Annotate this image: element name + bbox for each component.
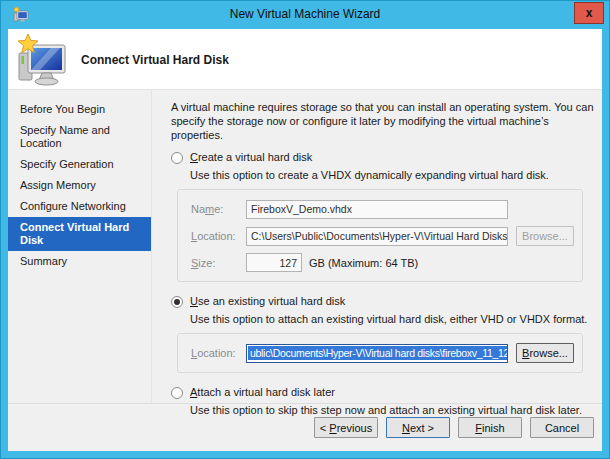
size-maximum-text: GB (Maximum: 64 TB) [309, 257, 418, 269]
sidebar-item-specify-generation[interactable]: Specify Generation [8, 154, 151, 175]
close-button[interactable]: x [574, 2, 604, 24]
browse-button-disabled: Browse... [516, 226, 574, 246]
wizard-steps-sidebar: Before You Begin Specify Name and Locati… [8, 90, 152, 403]
intro-text: A virtual machine requires storage so th… [171, 100, 603, 142]
page-title: Connect Virtual Hard Disk [81, 53, 229, 67]
name-label: Name: [191, 203, 246, 215]
radio-create-virtual-hard-disk[interactable]: Create a virtual hard disk [171, 151, 603, 164]
cancel-button[interactable]: Cancel [530, 417, 594, 438]
window-title: New Virtual Machine Wizard [1, 7, 609, 21]
radio-label: Attach a virtual hard disk later [190, 386, 335, 399]
existing-location-label: Location: [191, 347, 246, 359]
location-row: Location: C:\Users\Public\Documents\Hype… [191, 226, 574, 246]
close-icon: x [586, 6, 593, 20]
location-field: C:\Users\Public\Documents\Hyper-V\Virtua… [246, 227, 508, 246]
dialog-body: Connect Virtual Hard Disk Before You Beg… [8, 29, 602, 451]
finish-button[interactable]: Finish [458, 417, 522, 438]
radio-attach-virtual-hard-disk-later[interactable]: Attach a virtual hard disk later [171, 386, 603, 399]
sidebar-item-assign-memory[interactable]: Assign Memory [8, 175, 151, 196]
name-row: Name: FireboxV_Demo.vhdx [191, 199, 574, 219]
radio-label: Use an existing virtual hard disk [190, 295, 345, 308]
location-label: Location: [191, 230, 246, 242]
radio-label: Create a virtual hard disk [190, 151, 312, 164]
next-button[interactable]: Next > [386, 417, 450, 438]
radio-button-selected-icon[interactable] [171, 296, 183, 308]
radio-use-existing-virtual-hard-disk[interactable]: Use an existing virtual hard disk [171, 295, 603, 308]
existing-option-description: Use this option to attach an existing vi… [190, 313, 603, 326]
titlebar[interactable]: New Virtual Machine Wizard x [1, 1, 609, 29]
wizard-header: Connect Virtual Hard Disk [8, 29, 602, 90]
existing-location-row: Location: ublic\Documents\Hyper-V\Virtua… [191, 343, 574, 363]
create-disk-groupbox: Name: FireboxV_Demo.vhdx Location: C:\Us… [177, 189, 583, 282]
radio-button-icon[interactable] [171, 152, 183, 164]
size-field: 127 [246, 253, 302, 272]
wizard-footer: < Previous Next > Finish Cancel [8, 403, 602, 451]
main-pane: A virtual machine requires storage so th… [152, 90, 610, 403]
radio-button-icon[interactable] [171, 387, 183, 399]
sidebar-item-specify-name-location[interactable]: Specify Name and Location [8, 120, 151, 154]
browse-button[interactable]: Browse... [516, 343, 574, 363]
selected-path-text: ublic\Documents\Hyper-V\Virtual hard dis… [248, 346, 508, 360]
sidebar-item-connect-virtual-hard-disk[interactable]: Connect Virtual Hard Disk [8, 217, 151, 251]
new-vm-icon [15, 32, 71, 92]
create-option-description: Use this option to create a VHDX dynamic… [190, 169, 603, 182]
sidebar-item-configure-networking[interactable]: Configure Networking [8, 196, 151, 217]
previous-button[interactable]: < Previous [314, 417, 378, 438]
name-field: FireboxV_Demo.vhdx [246, 200, 508, 219]
sidebar-item-before-you-begin[interactable]: Before You Begin [8, 99, 151, 120]
existing-disk-groupbox: Location: ublic\Documents\Hyper-V\Virtua… [177, 333, 583, 373]
content-area: Before You Begin Specify Name and Locati… [8, 90, 602, 403]
sidebar-item-summary[interactable]: Summary [8, 251, 151, 272]
wizard-window: New Virtual Machine Wizard x [0, 0, 610, 459]
size-label: Size: [191, 257, 246, 269]
existing-location-field[interactable]: ublic\Documents\Hyper-V\Virtual hard dis… [246, 344, 508, 363]
size-row: Size: 127 GB (Maximum: 64 TB) [191, 253, 574, 272]
